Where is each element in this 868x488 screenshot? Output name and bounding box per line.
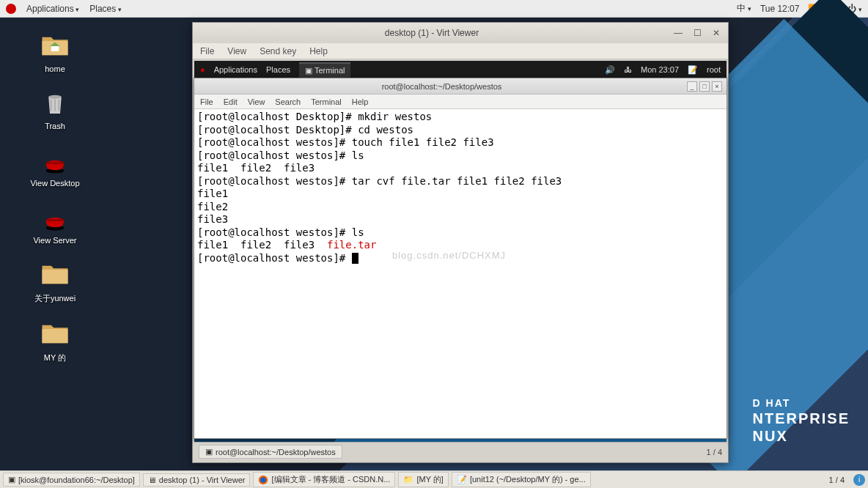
trash-icon <box>40 88 70 119</box>
terminal-window: root@localhost:~/Desktop/westos _ □ × Fi… <box>194 78 727 439</box>
terminal-line: [root@localhost Desktop]# mkdir westos <box>197 111 432 122</box>
taskbar-item[interactable]: [编辑文章 - 博客频道 - CSDN.N... <box>253 472 395 487</box>
host-taskbar: ▣[kiosk@foundation66:~/Desktop] 🖥desktop… <box>0 470 868 488</box>
minimize-button[interactable]: — <box>672 27 684 39</box>
desktop-icon-home[interactable]: home <box>15 31 95 73</box>
terminal-prompt: [root@localhost westos]# <box>197 252 352 264</box>
workspace-pager[interactable]: 1 / 4 <box>707 448 722 456</box>
menu-view[interactable]: View <box>248 97 265 106</box>
display-icon: 🖥 <box>148 476 156 484</box>
guest-applications-menu[interactable]: Applications <box>214 65 257 74</box>
terminal-cursor <box>352 253 358 264</box>
guest-display[interactable]: ● Applications Places ▣ Terminal 🔊 🖧 Mon… <box>194 61 727 461</box>
terminal-line: file2 <box>197 201 228 212</box>
menu-view[interactable]: View <box>227 46 246 56</box>
taskbar-item[interactable]: ▣[kiosk@foundation66:~/Desktop] <box>3 473 140 487</box>
redhat-icon <box>40 202 70 233</box>
folder-home-icon <box>40 31 70 62</box>
virt-viewer-menubar: File View Send key Help <box>193 43 728 59</box>
terminal-line: file3 <box>197 213 228 225</box>
menu-file[interactable]: File <box>200 97 213 106</box>
redhat-icon <box>40 145 70 176</box>
terminal-menubar: File Edit View Search Terminal Help <box>194 95 727 109</box>
volume-icon[interactable]: 🔊 <box>605 65 615 75</box>
gnome-top-bar: Applications Places 中 Tue 12:07 📶 🔊 ⏻ <box>0 0 868 18</box>
virt-viewer-window: desktop (1) - Virt Viewer — ☐ ✕ File Vie… <box>192 22 729 463</box>
guest-user-menu[interactable]: root <box>707 65 721 74</box>
files-icon: 📁 <box>403 475 413 484</box>
terminal-line: [root@localhost westos]# ls <box>197 149 364 161</box>
terminal-icon: ▣ <box>8 475 15 484</box>
terminal-line: [root@localhost westos]# ls <box>197 226 364 238</box>
terminal-icon: ▣ <box>205 447 213 456</box>
icon-label: View Desktop <box>30 179 79 188</box>
icon-label: 关于yunwei <box>34 293 76 304</box>
svg-point-1 <box>48 95 62 99</box>
taskbar-item[interactable]: 📝[unit12 (~/Desktop/MY 的) - ge... <box>452 472 591 487</box>
terminal-line: file1 <box>197 188 228 199</box>
minimize-button[interactable]: _ <box>687 81 697 92</box>
guest-desktop: root@localhost:~/Desktop/westos _ □ × Fi… <box>194 78 727 461</box>
guest-top-bar: ● Applications Places ▣ Terminal 🔊 🖧 Mon… <box>194 61 727 78</box>
terminal-line: [root@localhost Desktop]# cd westos <box>197 124 413 136</box>
terminal-body[interactable]: [root@localhost Desktop]# mkdir westos [… <box>194 109 727 438</box>
maximize-button[interactable]: ☐ <box>691 27 703 39</box>
terminal-file-archive: file.tar <box>327 239 376 251</box>
window-title: desktop (1) - Virt Viewer <box>199 28 665 38</box>
folder-icon <box>40 319 70 350</box>
taskbar-item-terminal[interactable]: ▣ root@localhost:~/Desktop/westos <box>199 445 342 459</box>
terminal-title: root@localhost:~/Desktop/westos <box>199 82 685 91</box>
wallpaper-brand-text: D HAT NTERPRISE NUX <box>753 397 850 445</box>
network-icon[interactable]: 🖧 <box>624 65 632 74</box>
maximize-button[interactable]: □ <box>699 81 710 92</box>
watermark-text: blog.csdn.net/DCHXMJ <box>392 250 506 262</box>
guest-bottom-taskbar: ▣ root@localhost:~/Desktop/westos 1 / 4 <box>194 442 727 461</box>
menu-help[interactable]: Help <box>309 46 328 56</box>
close-button[interactable]: ✕ <box>710 27 722 39</box>
notepad-icon[interactable]: 📝 <box>688 65 698 75</box>
desktop-icon-my[interactable]: MY 的 <box>15 319 95 363</box>
desktop-icon-trash[interactable]: Trash <box>15 88 95 130</box>
svg-point-5 <box>261 477 266 482</box>
accessibility-icon[interactable]: i <box>853 474 865 486</box>
workspace-pager[interactable]: 1 / 4 <box>823 476 850 484</box>
taskbar-item[interactable]: 📁[MY 的] <box>398 472 448 487</box>
guest-places-menu[interactable]: Places <box>266 65 290 74</box>
desktop-icons-container: home Trash View Desktop View Server 关于yu… <box>15 31 95 363</box>
icon-label: Trash <box>45 122 65 130</box>
menu-sendkey[interactable]: Send key <box>260 46 296 56</box>
terminal-line: file1 file2 file3 <box>197 162 315 174</box>
desktop-icon-view-desktop[interactable]: View Desktop <box>15 145 95 188</box>
window-titlebar[interactable]: desktop (1) - Virt Viewer — ☐ ✕ <box>193 23 728 43</box>
menu-search[interactable]: Search <box>275 97 301 106</box>
icon-label: home <box>45 64 65 73</box>
terminal-line: file1 file2 file3 <box>197 239 327 251</box>
icon-label: View Server <box>33 236 76 245</box>
icon-label: MY 的 <box>44 352 66 363</box>
menu-edit[interactable]: Edit <box>224 97 238 106</box>
distro-logo-icon: ● <box>200 65 205 74</box>
close-button[interactable]: × <box>712 81 722 92</box>
guest-clock[interactable]: Mon 23:07 <box>641 65 679 74</box>
gedit-icon: 📝 <box>457 475 467 484</box>
menu-file[interactable]: File <box>200 46 214 56</box>
distro-logo-icon <box>6 4 16 14</box>
desktop-icon-view-server[interactable]: View Server <box>15 202 95 245</box>
desktop[interactable]: D HAT NTERPRISE NUX home Trash View Desk… <box>0 18 868 470</box>
firefox-icon <box>258 475 268 485</box>
taskbar-item-label: root@localhost:~/Desktop/westos <box>216 448 336 456</box>
terminal-titlebar[interactable]: root@localhost:~/Desktop/westos _ □ × <box>194 78 727 95</box>
menu-help[interactable]: Help <box>352 97 369 106</box>
places-menu[interactable]: Places <box>89 4 122 14</box>
desktop-icon-yunwei[interactable]: 关于yunwei <box>15 259 95 304</box>
taskbar-item[interactable]: 🖥desktop (1) - Virt Viewer <box>143 473 251 487</box>
applications-menu[interactable]: Applications <box>26 4 79 14</box>
guest-taskbar-terminal[interactable]: ▣ Terminal <box>299 62 350 78</box>
terminal-line: [root@localhost westos]# tar cvf file.ta… <box>197 175 562 187</box>
menu-terminal[interactable]: Terminal <box>311 97 342 106</box>
clock[interactable]: Tue 12:07 <box>760 4 800 14</box>
terminal-line: [root@localhost westos]# touch file1 fil… <box>197 136 494 148</box>
folder-icon <box>40 259 70 290</box>
input-method-indicator[interactable]: 中 <box>737 2 751 15</box>
